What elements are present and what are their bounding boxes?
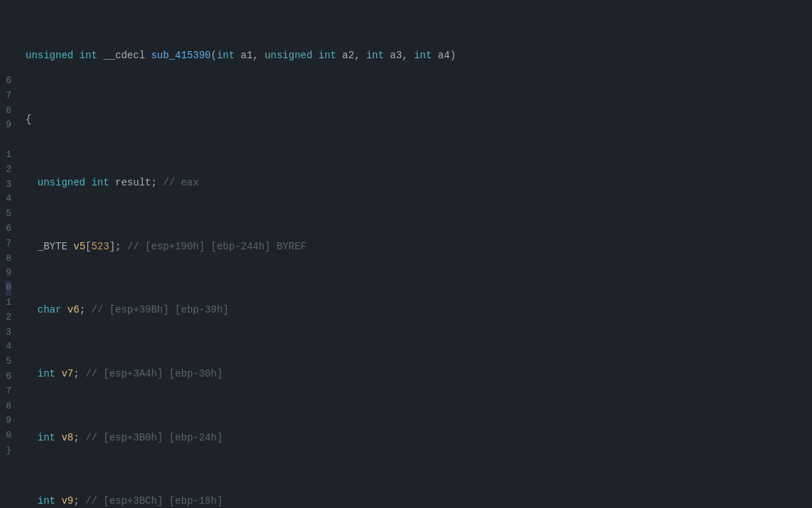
- ln-21: 2: [6, 310, 11, 325]
- ln-4: [6, 59, 11, 74]
- ln-0: [6, 0, 11, 15]
- ln-15: 6: [6, 222, 11, 237]
- code-line-8: int v9; // [esp+3BCh] [ebp-18h]: [26, 493, 812, 508]
- ln-19: 0: [6, 281, 11, 296]
- code-editor: 6 7 8 9 1 2 3 4 5 6 7 8 9 0 1 2 3 4 5 6 …: [0, 0, 812, 508]
- ln-28: 9: [6, 414, 11, 428]
- code-line-1: unsigned int __cdecl sub_415390(int a1, …: [26, 48, 812, 63]
- code-line-2: {: [26, 112, 812, 127]
- ln-17: 8: [6, 252, 11, 266]
- ln-25: 6: [6, 369, 11, 384]
- ln-12: 3: [6, 178, 11, 193]
- ln-11: 2: [6, 163, 11, 178]
- ln-8: 9: [6, 118, 11, 133]
- ln-6: 7: [6, 89, 11, 104]
- ln-3: [6, 44, 11, 59]
- line-numbers: 6 7 8 9 1 2 3 4 5 6 7 8 9 0 1 2 3 4 5 6 …: [0, 0, 20, 508]
- ln-27: 8: [6, 399, 11, 414]
- code-line-7: int v8; // [esp+3B0h] [ebp-24h]: [26, 430, 812, 445]
- ln-24: 5: [6, 355, 11, 369]
- ln-7: 8: [6, 104, 11, 119]
- ln-1: [6, 15, 11, 30]
- ln-22: 3: [6, 325, 11, 340]
- ln-2: [6, 30, 11, 45]
- ln-26: 7: [6, 384, 11, 399]
- ln-29: 0: [6, 428, 11, 443]
- code-line-5: char v6; // [esp+39Bh] [ebp-39h]: [26, 302, 812, 318]
- ln-23: 4: [6, 340, 11, 355]
- ln-10: 1: [6, 148, 11, 163]
- code-line-6: int v7; // [esp+3A4h] [ebp-30h]: [26, 366, 812, 382]
- ln-20: 1: [6, 296, 11, 310]
- ln-5: 6: [6, 74, 11, 89]
- ln-18: 9: [6, 266, 11, 281]
- ln-14: 5: [6, 207, 11, 222]
- ln-16: 7: [6, 237, 11, 252]
- ln-9: [6, 133, 11, 148]
- code-body: unsigned int __cdecl sub_415390(int a1, …: [20, 0, 812, 508]
- code-line-3: unsigned int result; // eax: [26, 175, 812, 190]
- ln-13: 4: [6, 192, 11, 207]
- code-line-4: _BYTE v5[523]; // [esp+190h] [ebp-244h] …: [26, 239, 812, 254]
- ln-30: }: [6, 443, 11, 458]
